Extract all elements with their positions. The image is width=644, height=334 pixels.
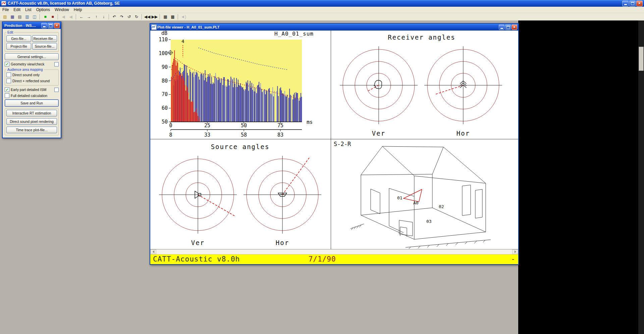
fast-back-icon[interactable]: ◀◀ [144,14,151,20]
scroll-right-icon[interactable] [512,249,518,254]
svg-text:25: 25 [204,123,210,129]
viewer-titlebar[interactable]: Plot-file viewer - H_A0_01_sum.PLT ✕ [150,24,518,31]
stop-icon[interactable]: ■ [49,14,56,20]
toolbar-separator [109,14,109,19]
echogram-plot: 0255075ms83358831101009080706050dBH_A0_0… [150,31,331,139]
first-icon: ◀ [60,14,67,20]
viewer-close-button[interactable]: ✕ [512,25,517,30]
source-file-button[interactable]: Source-file... [32,43,57,50]
view-geometry-icon[interactable]: ▥ [24,14,31,20]
early-ism-row[interactable]: ✓ Early part detailed ISM [5,87,59,92]
app-window: CATT-Acoustic v8.0h, licensed to Artifon… [0,0,644,334]
workspace-dark-area [518,20,638,334]
full-detailed-label: Full detailed calculation [11,94,47,98]
menu-options[interactable]: Options [34,7,52,12]
prediction-close-button[interactable]: ✕ [54,23,60,28]
svg-text:Hor: Hor [457,130,470,137]
menu-edit[interactable]: Edit [11,7,23,12]
open-file-icon[interactable]: ▨ [2,14,8,20]
toolbar-separator [40,14,40,19]
orbit-ccw-icon[interactable]: ↺ [126,14,132,20]
menu-window[interactable]: Window [52,7,71,12]
svg-text:Ver: Ver [372,130,385,137]
status-dash: - [511,254,516,264]
scrollbar-track[interactable] [156,249,512,254]
tool-bar: ▨▦▤▥◫■■◀◀←→↑↓↶↷↺↻◀◀▶▶▦▩◄) [0,13,644,21]
scrollbar-thumb[interactable] [639,47,644,71]
room-3d-view: S-2-R 01 A0 02 03 [331,139,516,249]
menu-bar: FileEditListOptionsWindowHelp [0,7,644,13]
audio-icon: ◄) [180,14,187,20]
plot-viewer-window: Plot-file viewer - H_A0_01_sum.PLT ✕ 025… [150,23,519,265]
toolbar-separator [76,14,76,19]
svg-text:H_A0_01_sum: H_A0_01_sum [274,31,314,37]
viewer-maximize-button[interactable] [505,25,511,30]
app-minimize-button[interactable] [622,1,629,6]
audience-area-mapping-group: Audience area mapping Direct sound only … [5,68,59,86]
source-a0-label: A0 [413,200,419,205]
menu-help[interactable]: Help [71,7,85,12]
viewer-minimize-button[interactable] [499,25,504,30]
svg-text:4: 4 [181,39,184,44]
svg-text:0: 0 [169,123,172,129]
arrow-up-icon[interactable]: ↑ [93,14,100,20]
save-and-run-button[interactable]: Save and Run [5,99,59,107]
app-titlebar[interactable]: CATT-Acoustic v8.0h, licensed to Artifon… [0,0,644,7]
prediction-minimize-button[interactable] [41,23,47,28]
svg-text:60: 60 [162,105,168,111]
svg-text:33: 33 [204,132,210,138]
view-plot-icon[interactable]: ◫ [31,14,38,20]
full-detailed-row[interactable]: Full detailed calculation [5,93,59,98]
arrow-down-icon[interactable]: ↓ [100,14,107,20]
svg-text:110: 110 [159,37,168,43]
arrow-left-icon[interactable]: ← [78,14,85,20]
rotate-ccw-icon[interactable]: ↶ [111,14,118,20]
interactive-rt-estimation-button[interactable]: Interactive RT estimation [6,110,57,116]
receiver-03-label: 03 [426,219,432,224]
save-icon[interactable]: ▦ [9,14,16,20]
direct-sound-pixel-rendering-button[interactable]: Direct sound pixel rendering [6,118,57,125]
svg-text:90: 90 [162,64,168,70]
general-settings-button[interactable]: General settings... [5,53,59,60]
scroll-left-icon[interactable] [150,249,156,254]
grid-icon[interactable]: ▦ [162,14,169,20]
checkbox-checked-icon: ✓ [5,62,9,66]
time-trace-plot-file-button[interactable]: Time trace plot-file... [6,127,57,133]
plot-file-viewer-icon [151,25,157,30]
early-ism-label: Early part detailed ISM [11,88,46,92]
arrow-right-icon[interactable]: → [86,14,92,20]
prediction-maximize-button[interactable] [48,23,53,28]
grid-alt-icon[interactable]: ▩ [169,14,176,20]
prediction-titlebar[interactable]: Prediction - INS.... ✕ [3,22,61,29]
prediction-title: Prediction - INS.... [4,23,41,28]
direct-sound-only-row[interactable]: Direct sound only [6,73,57,77]
project-file-button[interactable]: Project-file [6,43,31,50]
receiver-01-label: 01 [397,195,402,200]
prediction-dialog: Prediction - INS.... ✕ Edit Geo-file... … [2,21,61,138]
audience-area-mapping-label: Audience area mapping [6,68,44,71]
svg-text:dB: dB [161,31,167,36]
run-icon[interactable]: ■ [42,14,49,20]
app-restore-button[interactable] [629,1,636,6]
prev-icon: ◀ [67,14,74,20]
geometry-view-check-row[interactable]: ✓ Geometry view/check [5,62,59,66]
direct-sound-only-label: Direct sound only [12,73,40,77]
direct-reflected-row[interactable]: Direct + reflected sound [6,79,57,83]
orbit-cw-icon[interactable]: ↻ [133,14,140,20]
horizontal-scrollbar[interactable] [150,249,518,254]
aux-checkbox[interactable] [54,62,59,66]
viewer-statusbar: CATT-Acoustic v8.0h 7/1/90 - [150,254,518,264]
svg-text:83: 83 [277,132,283,138]
aux-checkbox[interactable] [54,88,59,92]
print-icon[interactable]: ▤ [16,14,23,20]
rotate-cw-icon[interactable]: ↷ [118,14,125,20]
receiver-file-button[interactable]: Receiver-file... [32,35,57,42]
svg-text:80: 80 [162,78,168,84]
menu-list[interactable]: List [23,7,34,12]
geo-file-button[interactable]: Geo-file... [6,35,31,42]
workspace-vertical-scrollbar[interactable] [638,20,644,334]
app-close-button[interactable]: ✕ [636,1,643,6]
fast-forward-icon[interactable]: ▶▶ [151,14,158,20]
svg-text:Hor: Hor [276,239,289,246]
menu-file[interactable]: File [0,7,11,12]
